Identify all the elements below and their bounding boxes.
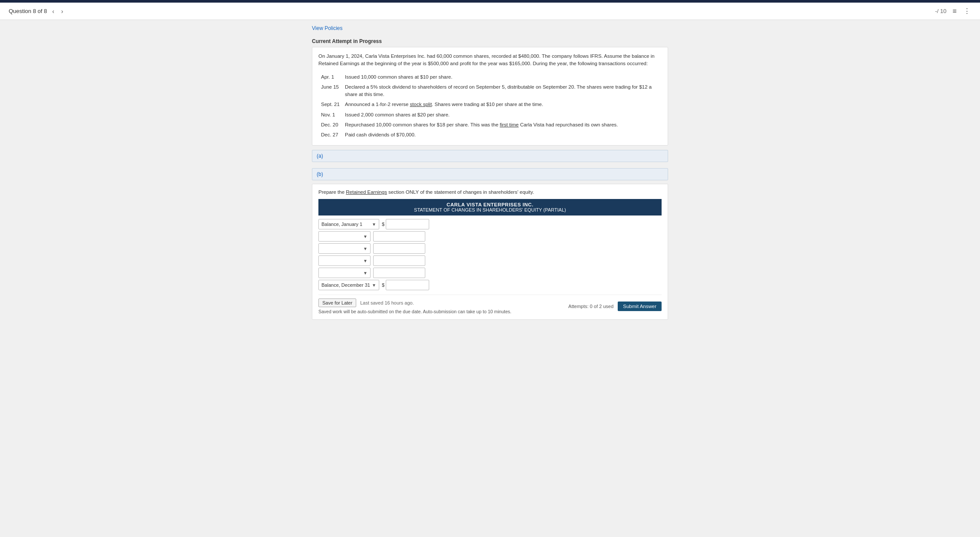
- transaction-desc: Declared a 5% stock dividend to sharehol…: [342, 82, 662, 100]
- more-options-button[interactable]: ⋮: [963, 6, 971, 16]
- transaction-desc: Paid cash dividends of $70,000.: [342, 130, 662, 140]
- header-left: Question 8 of 8 ‹ ›: [9, 7, 65, 16]
- balance-dec-dropdown[interactable]: Balance, December 31 ▼: [318, 280, 379, 290]
- table-row: Dec. 20 Repurchased 10,000 common shares…: [318, 120, 662, 130]
- transaction-date: Apr. 1: [318, 72, 342, 82]
- transaction-date: Nov. 1: [318, 110, 342, 120]
- transaction-date: June 15: [318, 82, 342, 100]
- header-right: -/ 10 ≡ ⋮: [935, 6, 971, 16]
- list-icon-button[interactable]: ≡: [952, 7, 957, 16]
- statement-header: CARLA VISTA ENTERPRISES INC. Statement o…: [318, 199, 662, 215]
- transaction-desc: Announced a 1-for-2 reverse stock split.…: [342, 99, 662, 109]
- row4-input[interactable]: [373, 255, 425, 266]
- table-row: Apr. 1 Issued 10,000 common shares at $1…: [318, 72, 662, 82]
- chevron-down-icon: ▼: [363, 246, 368, 251]
- balance-jan-label: Balance, January 1: [321, 222, 362, 227]
- section-a-label: (a): [312, 150, 668, 162]
- chevron-down-icon: ▼: [363, 259, 368, 263]
- save-later-button[interactable]: Save for Later: [318, 298, 356, 307]
- transaction-desc: Issued 2,000 common shares at $20 per sh…: [342, 110, 662, 120]
- row4-dropdown[interactable]: ▼: [318, 255, 371, 266]
- chevron-down-icon: ▼: [372, 222, 376, 227]
- form-row-2: ▼: [318, 231, 662, 242]
- transaction-desc: Issued 10,000 common shares at $10 per s…: [342, 72, 662, 82]
- balance-jan-input-group: $: [382, 219, 429, 229]
- row5-dropdown[interactable]: ▼: [318, 268, 371, 278]
- transaction-date: Dec. 20: [318, 120, 342, 130]
- last-saved-text: Last saved 16 hours ago.: [360, 300, 414, 305]
- form-row-4: ▼: [318, 255, 662, 266]
- current-attempt-label: Current Attempt in Progress: [312, 38, 668, 44]
- statement-subtitle: Statement of Changes in Shareholders' Eq…: [323, 207, 657, 212]
- transaction-desc: Repurchased 10,000 common shares for $18…: [342, 120, 662, 130]
- row5-input[interactable]: [373, 268, 425, 278]
- submit-answer-button[interactable]: Submit Answer: [618, 302, 662, 311]
- balance-dec-amount-input[interactable]: [386, 280, 429, 290]
- transaction-date: Dec. 27: [318, 130, 342, 140]
- stock-split-link: stock split: [410, 102, 432, 107]
- table-row: Nov. 1 Issued 2,000 common shares at $20…: [318, 110, 662, 120]
- balance-jan-amount-input[interactable]: [386, 219, 429, 229]
- table-row: Dec. 27 Paid cash dividends of $70,000.: [318, 130, 662, 140]
- auto-submit-note: Saved work will be auto-submitted on the…: [318, 309, 511, 314]
- dollar-sign: $: [382, 282, 384, 288]
- question-title: Question 8 of 8: [9, 8, 47, 14]
- content-area: View Policies Current Attempt in Progres…: [303, 20, 677, 329]
- balance-dec-input-group: $: [382, 280, 429, 290]
- header: Question 8 of 8 ‹ › -/ 10 ≡ ⋮: [0, 3, 980, 20]
- row2-input[interactable]: [373, 231, 425, 242]
- row2-dropdown[interactable]: ▼: [318, 231, 371, 242]
- chevron-down-icon: ▼: [363, 271, 368, 275]
- section-b-box: Prepare the Retained Earnings section ON…: [312, 184, 668, 320]
- footer-right: Attempts: 0 of 2 used Submit Answer: [568, 302, 662, 311]
- row3-input[interactable]: [373, 243, 425, 254]
- chevron-down-icon: ▼: [372, 283, 376, 288]
- table-row: June 15 Declared a 5% stock dividend to …: [318, 82, 662, 100]
- transaction-date: Sept. 21: [318, 99, 342, 109]
- chevron-down-icon: ▼: [363, 234, 368, 239]
- balance-jan-row: Balance, January 1 ▼ $: [318, 219, 662, 229]
- attempts-text: Attempts: 0 of 2 used: [568, 304, 613, 309]
- section-b-label: (b): [312, 168, 668, 180]
- footer-left: Save for Later Last saved 16 hours ago. …: [318, 298, 511, 314]
- footer-row: Save for Later Last saved 16 hours ago. …: [318, 295, 662, 314]
- question-intro: On January 1, 2024, Carla Vista Enterpri…: [318, 53, 662, 68]
- next-question-button[interactable]: ›: [60, 7, 65, 16]
- balance-dec-label: Balance, December 31: [321, 282, 370, 288]
- section-b-intro: Prepare the Retained Earnings section ON…: [318, 189, 662, 195]
- section-b-text: (b): [317, 171, 323, 177]
- score-display: -/ 10: [935, 8, 947, 14]
- prev-question-button[interactable]: ‹: [50, 7, 56, 16]
- save-row: Save for Later Last saved 16 hours ago.: [318, 298, 511, 307]
- table-row: Sept. 21 Announced a 1-for-2 reverse sto…: [318, 99, 662, 109]
- view-policies-link[interactable]: View Policies: [312, 25, 342, 31]
- company-name: CARLA VISTA ENTERPRISES INC.: [323, 202, 657, 207]
- retained-earnings-link: Retained Earnings: [346, 189, 387, 195]
- first-time-link: first time: [500, 122, 518, 127]
- question-box: On January 1, 2024, Carla Vista Enterpri…: [312, 47, 668, 146]
- balance-dec-row: Balance, December 31 ▼ $: [318, 280, 662, 290]
- transactions-table: Apr. 1 Issued 10,000 common shares at $1…: [318, 72, 662, 140]
- dollar-sign: $: [382, 222, 384, 227]
- form-row-5: ▼: [318, 268, 662, 278]
- section-a-text: (a): [317, 153, 323, 159]
- balance-jan-dropdown[interactable]: Balance, January 1 ▼: [318, 219, 379, 229]
- row3-dropdown[interactable]: ▼: [318, 243, 371, 254]
- form-row-3: ▼: [318, 243, 662, 254]
